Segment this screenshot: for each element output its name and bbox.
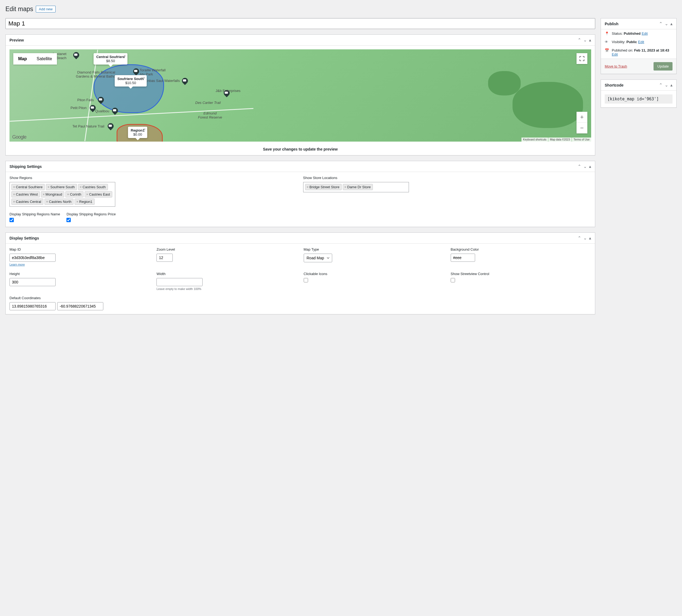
publish-panel: Publish ⌃ ⌄ ▴ 📍 Status: PublishedEdit 👁 …	[601, 18, 677, 74]
map-type-label: Map Type	[304, 247, 444, 251]
streetview-label: Show Streetview Control	[451, 272, 591, 276]
lng-input[interactable]	[57, 302, 103, 310]
tag-item: ×Castries East	[85, 191, 112, 197]
close-icon[interactable]: ✕	[143, 128, 146, 131]
show-regions-label: Show Regions	[9, 176, 298, 180]
tag-remove-icon[interactable]: ×	[46, 200, 48, 204]
regions-tag-input[interactable]: ×Central Soufriere×Soufriere South×Castr…	[9, 182, 115, 207]
tag-remove-icon[interactable]: ×	[13, 200, 15, 204]
map-info-price: $8.50	[96, 59, 125, 63]
display-region-price-checkbox[interactable]	[66, 218, 71, 222]
height-label: Height	[9, 272, 150, 276]
tag-item: ×Mongiraud	[41, 191, 64, 197]
shortcode-value[interactable]: [kikote_map id='963']	[605, 94, 673, 104]
panel-down-icon[interactable]: ⌄	[665, 83, 668, 88]
map-infowindow: ✕ Soufriere South $10.50	[115, 75, 147, 87]
map-type-satellite-button[interactable]: Satellite	[32, 53, 57, 65]
tag-remove-icon[interactable]: ×	[80, 185, 82, 189]
panel-down-icon[interactable]: ⌄	[583, 236, 587, 241]
tag-item: ×Corinth	[65, 191, 84, 197]
terms-link[interactable]: Terms of Use	[572, 137, 591, 141]
pin-icon: 📍	[605, 31, 609, 36]
panel-collapse-icon[interactable]: ▴	[670, 83, 673, 88]
tag-remove-icon[interactable]: ×	[43, 192, 45, 196]
bg-color-input[interactable]	[451, 254, 475, 262]
zoom-in-button[interactable]: +	[576, 112, 587, 123]
learn-more-link[interactable]: Learn more	[9, 263, 25, 266]
google-logo: Google	[12, 134, 26, 140]
panel-up-icon[interactable]: ⌃	[659, 83, 662, 88]
clickable-icons-checkbox[interactable]	[304, 278, 308, 282]
panel-up-icon[interactable]: ⌃	[577, 236, 581, 241]
tag-remove-icon[interactable]: ×	[76, 200, 78, 204]
panel-collapse-icon[interactable]: ▴	[589, 164, 591, 169]
panel-collapse-icon[interactable]: ▴	[589, 236, 591, 241]
lat-input[interactable]	[9, 302, 55, 310]
map-label: Qualibou	[95, 109, 109, 113]
tag-item: ×Bridge Street Store	[305, 184, 342, 190]
tag-remove-icon[interactable]: ×	[47, 185, 50, 189]
panel-down-icon[interactable]: ⌄	[583, 38, 587, 43]
display-region-name-label: Display Shipping Regions Name	[9, 212, 60, 216]
panel-up-icon[interactable]: ⌃	[659, 21, 662, 26]
streetview-checkbox[interactable]	[451, 278, 455, 282]
display-region-name-checkbox[interactable]	[9, 218, 14, 222]
panel-collapse-icon[interactable]: ▴	[589, 38, 591, 43]
map-info-price: $10.50	[117, 81, 144, 85]
tag-remove-icon[interactable]: ×	[307, 185, 309, 189]
stores-tag-input[interactable]: ×Bridge Street Store×Dame Dr Store	[303, 182, 409, 192]
tag-item: ×Soufriere South	[46, 184, 77, 190]
tag-remove-icon[interactable]: ×	[13, 192, 15, 196]
map-canvas[interactable]: hastanetBeach Diamond Falls BotanicalGar…	[9, 49, 591, 141]
tag-item: ×Castries North	[44, 199, 74, 205]
update-button[interactable]: Update	[654, 62, 673, 70]
map-label: Enbas Saut Waterfalls	[145, 79, 180, 83]
shipping-settings-panel: Shipping Settings ⌃ ⌄ ▴ Show Regions ×Ce…	[5, 161, 595, 227]
display-heading: Display Settings	[9, 236, 39, 240]
map-title-input[interactable]	[5, 18, 595, 29]
map-infowindow: ✕ Central Soufriere $8.50	[94, 53, 128, 65]
tag-item: ×Castries West	[12, 191, 40, 197]
page-header: Edit maps Add new	[5, 5, 677, 13]
map-type-control: Map Satellite	[13, 53, 57, 65]
map-label: Piton Falls	[77, 98, 94, 102]
map-label: Tet Paul Nature Trail	[72, 124, 105, 128]
coords-label: Default Coordinates	[9, 296, 297, 300]
edit-visibility-link[interactable]: Edit	[638, 40, 644, 44]
tag-item: ×Region1	[74, 199, 94, 205]
shipping-heading: Shipping Settings	[9, 164, 42, 169]
tag-item: ×Central Soufriere	[12, 184, 45, 190]
add-new-button[interactable]: Add new	[36, 6, 55, 13]
shortcode-panel: Shortcode ⌃ ⌄ ▴ [kikote_map id='963']	[601, 80, 677, 108]
move-to-trash-link[interactable]: Move to Trash	[605, 64, 627, 68]
tag-remove-icon[interactable]: ×	[67, 192, 69, 196]
map-label: Diamond Falls BotanicalGardens & Mineral…	[72, 70, 115, 79]
zoom-input[interactable]	[157, 254, 173, 262]
edit-date-link[interactable]: Edit	[612, 52, 618, 57]
height-input[interactable]	[9, 278, 55, 286]
panel-down-icon[interactable]: ⌄	[583, 164, 587, 169]
map-type-map-button[interactable]: Map	[13, 53, 32, 65]
panel-collapse-icon[interactable]: ▴	[670, 21, 673, 26]
map-label: EdmundForest Reserve	[198, 111, 222, 119]
panel-up-icon[interactable]: ⌃	[577, 38, 581, 43]
width-label: Width	[157, 272, 297, 276]
map-type-select[interactable]: Road Map	[304, 254, 332, 262]
keyboard-shortcuts-link[interactable]: Keyboard shortcuts	[521, 137, 548, 141]
visibility-text: Visibility: PublicEdit	[612, 40, 644, 44]
width-hint: Leave empty to make width 100%	[157, 287, 297, 290]
tag-remove-icon[interactable]: ×	[86, 192, 88, 196]
display-settings-panel: Display Settings ⌃ ⌄ ▴ Map ID Learn more…	[5, 233, 595, 314]
panel-down-icon[interactable]: ⌄	[665, 21, 668, 26]
tag-remove-icon[interactable]: ×	[344, 185, 346, 189]
close-icon[interactable]: ✕	[143, 76, 145, 80]
edit-status-link[interactable]: Edit	[642, 31, 647, 36]
zoom-out-button[interactable]: −	[576, 123, 587, 133]
panel-up-icon[interactable]: ⌃	[577, 164, 581, 169]
width-input[interactable]	[157, 278, 203, 286]
fullscreen-button[interactable]	[576, 53, 587, 64]
tag-remove-icon[interactable]: ×	[13, 185, 15, 189]
close-icon[interactable]: ✕	[123, 54, 126, 58]
map-id-input[interactable]	[9, 254, 55, 262]
map-label: Petit Piton	[70, 106, 87, 110]
